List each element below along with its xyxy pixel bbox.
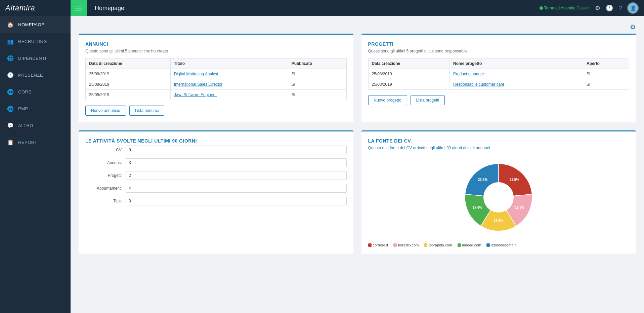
pie-label: 17.6% — [473, 206, 482, 209]
sidebar: 🏠 HOMEPAGE 👥 RECRUITING 🌐 DIPENDENTI 🕐 P… — [0, 16, 71, 313]
annunci-link[interactable]: Digital Marketing Analyst — [174, 72, 218, 76]
logo-text: Altamira — [5, 4, 35, 12]
main-layout: 🏠 HOMEPAGE 👥 RECRUITING 🌐 DIPENDENTI 🕐 P… — [0, 16, 644, 313]
list-progetti-button[interactable]: Lista progetti — [411, 95, 445, 105]
presenze-icon: 🕐 — [7, 71, 14, 79]
legend-item: jobrapido.com — [424, 243, 452, 247]
sidebar-item-pmp[interactable]: 🌐 PMP — [0, 100, 71, 117]
activity-row: Annunci 3 — [85, 158, 347, 167]
pie-legend: corriere.it linkedin.com jobrapido.com i… — [368, 243, 630, 247]
pie-chart-svg: 23.5%17.8%17.6%17.6%23.5% — [458, 157, 539, 238]
activity-value: 2 — [126, 171, 347, 180]
help-icon[interactable]: ? — [618, 5, 622, 12]
legend-dot — [458, 243, 461, 247]
annunci-title: ANNUNCI — [85, 41, 347, 47]
activity-label: Annunci — [85, 160, 126, 165]
report-icon: 📋 — [7, 139, 14, 146]
legend-item: indeed.com — [458, 243, 481, 247]
table-row: 25/08/2019 Product manager Si — [368, 69, 629, 79]
progetti-cell-name: Responsabile customer care — [450, 79, 583, 90]
annunci-cell-title: Digital Marketing Analyst — [170, 69, 288, 79]
sidebar-item-dipendenti[interactable]: 🌐 DIPENDENTI — [0, 50, 71, 67]
legend-dot — [393, 243, 397, 247]
page-title: Homepage — [87, 5, 540, 12]
progetti-cell-name: Product manager — [450, 69, 583, 79]
annunci-col-date: Data di creazione — [86, 58, 171, 69]
table-row: 25/08/2019 International Sales Director … — [86, 79, 347, 90]
sidebar-item-homepage[interactable]: 🏠 HOMEPAGE — [0, 16, 71, 33]
activity-row: Task 3 — [85, 197, 347, 205]
sidebar-label-report: REPORT — [18, 140, 37, 145]
sidebar-item-presenze[interactable]: 🕐 PRESENZE — [0, 67, 71, 83]
progetti-btn-row: Nuovo progetto Lista progetti — [368, 95, 630, 105]
legend-item: aziendademo.it — [486, 243, 516, 247]
table-row: 25/08/2019 Responsabile customer care Si — [368, 79, 629, 90]
clock-icon[interactable]: 🕐 — [606, 4, 613, 12]
annunci-col-title: Titolo — [170, 58, 288, 69]
settings-icon[interactable]: ⚙ — [595, 4, 600, 12]
sidebar-item-report[interactable]: 📋 REPORT — [0, 134, 71, 151]
annunci-cell-published: Si — [288, 79, 346, 90]
annunci-link[interactable]: Java Software Engineer — [174, 92, 217, 97]
progetti-subtitle: Questi sono gli ultimi 5 progetti di cui… — [368, 49, 630, 53]
cv-subtitle-text: Questa è la fonte dei CV arrivati negli … — [368, 146, 463, 150]
new-annuncio-button[interactable]: Nuovo annuncio — [85, 106, 126, 116]
progetti-link[interactable]: Responsabile customer care — [453, 82, 504, 87]
progetti-link[interactable]: Product manager — [453, 72, 484, 76]
pmp-icon: 🌐 — [7, 105, 14, 112]
new-progetto-button[interactable]: Nuovo progetto — [368, 95, 407, 105]
pie-label: 17.8% — [515, 206, 524, 209]
logo-area: Altamira — [0, 4, 71, 12]
settings-top-row: ⚙ — [79, 23, 636, 31]
avatar[interactable]: 👤 — [627, 2, 639, 14]
recruiting-icon: 👥 — [7, 38, 14, 45]
progetti-table: Data creazione Nome progetto Aperto 25/0… — [368, 58, 630, 90]
sidebar-item-altro[interactable]: 💬 ALTRO — [0, 117, 71, 134]
progetti-col-date: Data creazione — [368, 58, 450, 69]
list-annunci-button[interactable]: Lista annunci — [129, 106, 165, 116]
activity-label: Appuntamenti — [85, 186, 126, 191]
activities-panel: LE ATTIVITÀ SVOLTE NEGLI ULTIMI 90 GIORN… — [79, 130, 353, 254]
cv-subtitle-link[interactable]: ai miei annunci — [463, 146, 490, 150]
legend-label: linkedin.com — [398, 243, 419, 247]
content-area: ⚙ ANNUNCI Questo sono gli ultimi 5 annun… — [71, 16, 644, 313]
sidebar-label-homepage: HOMEPAGE — [18, 22, 44, 27]
pie-label: 23.5% — [478, 178, 487, 182]
content-settings-icon[interactable]: ⚙ — [630, 23, 636, 31]
annunci-cell-published: Si — [288, 90, 346, 100]
pie-inner-circle — [483, 182, 514, 212]
activity-value: 3 — [126, 197, 347, 205]
activity-label: CV — [85, 148, 126, 152]
top-navigation: Altamira Homepage Torna ad Altamira Clas… — [0, 0, 644, 16]
sidebar-item-recruiting[interactable]: 👥 RECRUITING — [0, 33, 71, 50]
annunci-link[interactable]: International Sales Director — [174, 82, 223, 87]
corsi-icon: 🌐 — [7, 88, 14, 95]
progetti-cell-open: Si — [583, 79, 629, 90]
progetti-col-name: Nome progetto — [450, 58, 583, 69]
sidebar-label-presenze: PRESENZE — [18, 73, 43, 78]
annunci-cell-published: Si — [288, 69, 346, 79]
hamburger-button[interactable] — [71, 0, 87, 16]
classic-link[interactable]: Torna ad Altamira Classic — [540, 6, 590, 10]
sidebar-label-corsi: CORSI — [18, 89, 33, 94]
topnav-actions: Torna ad Altamira Classic ⚙ 🕐 ? 👤 — [540, 2, 644, 14]
avatar-initials: 👤 — [630, 5, 636, 11]
sidebar-item-corsi[interactable]: 🌐 CORSI — [0, 83, 71, 100]
annunci-cell-date: 25/08/2019 — [86, 79, 171, 90]
progetti-title: PROGETTI — [368, 41, 630, 47]
annunci-cell-date: 25/08/2019 — [86, 69, 171, 79]
bottom-row: LE ATTIVITÀ SVOLTE NEGLI ULTIMI 90 GIORN… — [79, 130, 636, 254]
annunci-cell-date: 25/08/2019 — [86, 90, 171, 100]
classic-dot-icon — [540, 6, 543, 10]
activities-title: LE ATTIVITÀ SVOLTE NEGLI ULTIMI 90 GIORN… — [85, 138, 347, 144]
legend-dot — [368, 243, 372, 247]
legend-item: corriere.it — [368, 243, 388, 247]
sidebar-label-recruiting: RECRUITING — [18, 39, 47, 44]
annunci-panel: ANNUNCI Questo sono gli ultimi 5 annunci… — [79, 34, 353, 122]
activity-label: Progetti — [85, 173, 126, 178]
pie-container: 23.5%17.8%17.6%17.6%23.5% — [368, 157, 630, 238]
legend-label: aziendademo.it — [491, 243, 516, 247]
hamburger-icon — [75, 6, 82, 10]
dipendenti-icon: 🌐 — [7, 54, 14, 62]
activity-label: Task — [85, 199, 126, 203]
